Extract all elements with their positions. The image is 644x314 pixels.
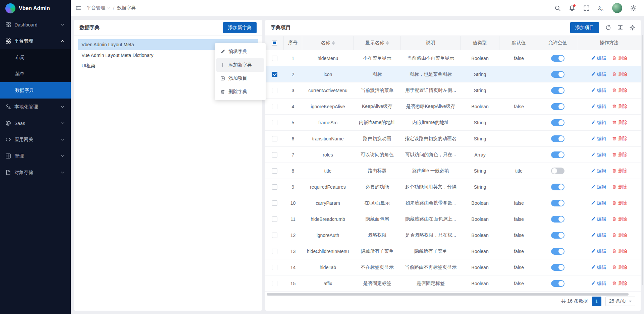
row-checkbox[interactable]: [272, 104, 277, 109]
delete-button[interactable]: 删除: [612, 248, 627, 254]
horizontal-scrollbar[interactable]: [267, 293, 636, 296]
row-checkbox[interactable]: [272, 120, 277, 125]
settings-button[interactable]: [630, 25, 635, 30]
sidebar-item-platform[interactable]: 平台管理: [0, 33, 71, 49]
search-button[interactable]: [554, 5, 561, 11]
delete-button[interactable]: 删除: [612, 87, 627, 93]
sort-icon[interactable]: [332, 41, 335, 45]
row-checkbox[interactable]: [272, 184, 277, 190]
add-dictionary-button[interactable]: 添加新字典: [223, 22, 257, 33]
column-header[interactable]: 显示名称: [354, 36, 401, 50]
edit-button[interactable]: 编辑: [591, 264, 606, 270]
nullable-toggle[interactable]: [551, 184, 565, 190]
delete-button[interactable]: 删除: [612, 232, 627, 238]
context-menu-item[interactable]: 添加新字典: [216, 58, 264, 72]
nullable-toggle[interactable]: [551, 216, 565, 223]
nullable-toggle[interactable]: [551, 232, 565, 239]
nullable-toggle[interactable]: [551, 55, 565, 62]
delete-button[interactable]: 删除: [612, 120, 627, 126]
row-checkbox[interactable]: [272, 136, 277, 141]
edit-button[interactable]: 编辑: [591, 87, 606, 93]
nullable-toggle[interactable]: [551, 71, 565, 78]
edit-button[interactable]: 编辑: [591, 216, 606, 222]
row-checkbox[interactable]: [272, 88, 277, 93]
fullscreen-button[interactable]: [583, 5, 590, 11]
row-checkbox[interactable]: [272, 249, 277, 254]
edit-button[interactable]: 编辑: [591, 104, 606, 110]
context-menu-item[interactable]: 删除字典: [216, 85, 264, 99]
nullable-toggle[interactable]: [551, 87, 565, 94]
edit-button[interactable]: 编辑: [591, 152, 606, 158]
row-checkbox[interactable]: [272, 200, 277, 206]
edit-button[interactable]: 编辑: [591, 120, 606, 126]
user-avatar[interactable]: [612, 3, 622, 13]
sidebar-subitem-menu[interactable]: 菜单: [0, 66, 71, 82]
delete-button[interactable]: 删除: [612, 264, 627, 270]
sidebar-item-management[interactable]: 管理: [0, 148, 71, 164]
nullable-toggle[interactable]: [551, 264, 565, 271]
page-size-select[interactable]: 25 条/页: [605, 297, 635, 306]
row-checkbox[interactable]: [272, 168, 277, 174]
sidebar-subitem-data-dictionary[interactable]: 数据字典: [0, 82, 71, 99]
row-checkbox[interactable]: [272, 72, 277, 77]
edit-button[interactable]: 编辑: [591, 168, 606, 174]
sidebar-item-saas[interactable]: Saas: [0, 115, 71, 131]
nullable-toggle[interactable]: [551, 119, 565, 126]
edit-button[interactable]: 编辑: [591, 184, 606, 190]
delete-button[interactable]: 删除: [612, 200, 627, 206]
sidebar-item-localization[interactable]: 本地化管理: [0, 99, 71, 115]
horizontal-scrollbar-thumb[interactable]: [267, 293, 629, 296]
delete-button[interactable]: 删除: [612, 55, 627, 61]
column-height-button[interactable]: [618, 25, 623, 30]
logo[interactable]: Vben Admin: [0, 0, 71, 16]
delete-button[interactable]: 删除: [612, 184, 627, 190]
sort-icon[interactable]: [386, 41, 389, 45]
select-all-checkbox[interactable]: [272, 40, 277, 46]
bell-button[interactable]: [569, 5, 575, 11]
delete-button[interactable]: 删除: [612, 71, 627, 77]
row-checkbox[interactable]: [272, 56, 277, 61]
context-menu-item[interactable]: 编辑字典: [216, 45, 264, 58]
delete-button[interactable]: 删除: [612, 280, 627, 287]
add-item-button[interactable]: 添加项目: [570, 22, 599, 33]
translate-button[interactable]: 文A: [598, 5, 604, 11]
sidebar-item-object-storage[interactable]: 对象存储: [0, 164, 71, 181]
row-checkbox[interactable]: [272, 216, 277, 222]
nullable-toggle[interactable]: [551, 248, 565, 255]
delete-button[interactable]: 删除: [612, 136, 627, 142]
row-checkbox[interactable]: [272, 281, 277, 286]
edit-button[interactable]: 编辑: [591, 232, 606, 238]
nullable-toggle[interactable]: [551, 151, 565, 158]
breadcrumb-item[interactable]: 数据字典: [117, 5, 136, 11]
vertical-scrollbar-thumb[interactable]: [642, 35, 643, 285]
row-checkbox[interactable]: [272, 265, 277, 270]
edit-button[interactable]: 编辑: [591, 136, 606, 142]
column-header[interactable]: 名称: [302, 36, 354, 50]
nullable-toggle[interactable]: [551, 168, 565, 174]
breadcrumb-item[interactable]: 平台管理: [87, 5, 110, 11]
sidebar-item-gateway[interactable]: 应用网关: [0, 131, 71, 148]
pagination-page-1[interactable]: 1: [592, 297, 601, 306]
nullable-toggle[interactable]: [551, 200, 565, 206]
delete-button[interactable]: 删除: [612, 104, 627, 110]
row-checkbox[interactable]: [272, 152, 277, 158]
delete-button[interactable]: 删除: [612, 216, 627, 222]
delete-button[interactable]: 删除: [612, 168, 627, 174]
sidebar-item-dashboard[interactable]: Dashboard: [0, 16, 71, 33]
nullable-toggle[interactable]: [551, 280, 565, 287]
edit-button[interactable]: 编辑: [591, 200, 606, 206]
edit-button[interactable]: 编辑: [591, 248, 606, 254]
edit-button[interactable]: 编辑: [591, 280, 606, 287]
context-menu-item[interactable]: 添加项目: [216, 72, 264, 85]
settings-button[interactable]: [630, 5, 637, 11]
delete-button[interactable]: 删除: [612, 152, 627, 158]
edit-button[interactable]: 编辑: [591, 55, 606, 61]
menu-collapse-button[interactable]: [75, 5, 82, 11]
nullable-toggle[interactable]: [551, 135, 565, 142]
sidebar-subitem-layout[interactable]: 布局: [0, 49, 71, 66]
edit-button[interactable]: 编辑: [591, 71, 606, 77]
row-checkbox[interactable]: [272, 233, 277, 238]
nullable-toggle[interactable]: [551, 103, 565, 110]
table-row: 11hideBreadcrumb隐藏面包屑隐藏该路由在面包屑上...Boolea…: [265, 211, 641, 227]
refresh-button[interactable]: [605, 25, 611, 30]
